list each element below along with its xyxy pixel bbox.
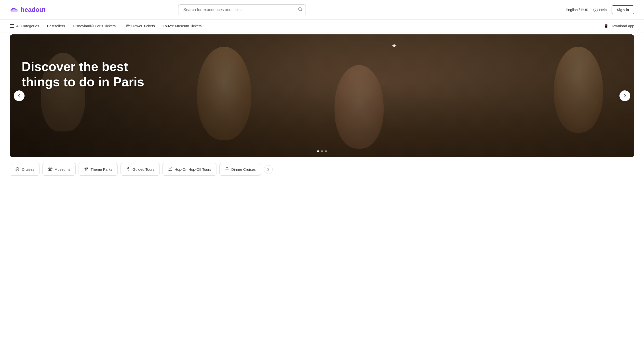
dinner-cruises-icon <box>224 166 230 172</box>
guided-tours-icon <box>126 166 130 172</box>
svg-rect-4 <box>49 169 50 171</box>
hop-on-label: Hop-On Hop-Off Tours <box>174 167 211 171</box>
cruises-icon <box>15 166 20 172</box>
theme-parks-label: Theme Parks <box>90 167 112 171</box>
category-chip-cruises[interactable]: Cruises <box>10 163 40 176</box>
help-link[interactable]: ? Help <box>594 8 607 12</box>
hero-dot-2[interactable] <box>321 150 323 152</box>
hero-content: Discover the best things to do in Paris <box>22 59 144 90</box>
language-selector[interactable]: English / EUR <box>566 8 588 12</box>
svg-rect-14 <box>168 168 172 170</box>
cruises-label: Cruises <box>22 167 34 171</box>
svg-point-12 <box>128 167 128 168</box>
search-input[interactable] <box>178 5 306 15</box>
nav-disneyland[interactable]: Disneyland® Paris Tickets <box>73 24 116 28</box>
svg-point-15 <box>168 170 169 171</box>
svg-point-7 <box>86 168 87 169</box>
categories-next-button[interactable] <box>264 165 273 174</box>
category-chip-dinner-cruises[interactable]: Dinner Cruises <box>220 163 261 176</box>
categories-strip: Cruises Museums Theme Parks <box>0 157 644 182</box>
category-chip-guided-tours[interactable]: Guided Tours <box>120 163 160 176</box>
svg-point-16 <box>171 170 172 171</box>
header-right: English / EUR ? Help Sign in <box>566 6 634 14</box>
nav-eiffel[interactable]: Eiffel Tower Tickets <box>124 24 155 28</box>
category-chip-museums[interactable]: Museums <box>42 163 76 176</box>
header: headout English / EUR ? Help Sign in <box>0 0 644 20</box>
hero-dot-3[interactable] <box>325 150 327 152</box>
svg-point-1 <box>299 7 302 10</box>
category-chip-hop-on-hop-off[interactable]: Hop-On Hop-Off Tours <box>162 163 216 176</box>
help-icon: ? <box>594 8 598 12</box>
nav-bestsellers[interactable]: Bestsellers <box>47 24 65 28</box>
museums-icon <box>48 166 52 172</box>
guided-tours-label: Guided Tours <box>132 167 154 171</box>
hero-overlay <box>10 34 634 157</box>
logo[interactable]: headout <box>10 6 46 14</box>
hop-on-icon <box>168 166 172 172</box>
hero-title: Discover the best things to do in Paris <box>22 59 144 90</box>
all-categories-nav[interactable]: All Categories <box>10 24 39 28</box>
hero-section: Discover the best things to do in Paris … <box>10 34 634 157</box>
museums-label: Museums <box>54 167 70 171</box>
svg-line-2 <box>301 10 302 11</box>
download-app-nav[interactable]: 📱 Download app <box>604 24 634 28</box>
logo-text: headout <box>20 6 46 14</box>
search-bar <box>178 5 306 15</box>
hamburger-icon <box>10 24 14 28</box>
dinner-cruises-label: Dinner Cruises <box>232 167 256 171</box>
search-button[interactable] <box>298 7 302 13</box>
nav-louvre[interactable]: Louvre Museum Tickets <box>163 24 202 28</box>
svg-rect-5 <box>50 169 51 171</box>
hero-dot-1[interactable] <box>317 150 319 152</box>
mobile-icon: 📱 <box>604 24 609 28</box>
sparkle-icon: ✦ <box>391 42 397 50</box>
theme-parks-icon <box>84 166 88 172</box>
help-label: Help <box>599 8 607 12</box>
download-app-label: Download app <box>610 24 634 28</box>
hero-next-button[interactable] <box>620 90 630 101</box>
hero-dots <box>317 150 327 152</box>
nav: All Categories Bestsellers Disneyland® P… <box>0 20 644 33</box>
category-chip-theme-parks[interactable]: Theme Parks <box>78 163 118 176</box>
svg-rect-3 <box>48 168 52 170</box>
hero-prev-button[interactable] <box>14 90 24 101</box>
sign-in-button[interactable]: Sign in <box>612 6 634 14</box>
all-categories-label: All Categories <box>16 24 39 28</box>
